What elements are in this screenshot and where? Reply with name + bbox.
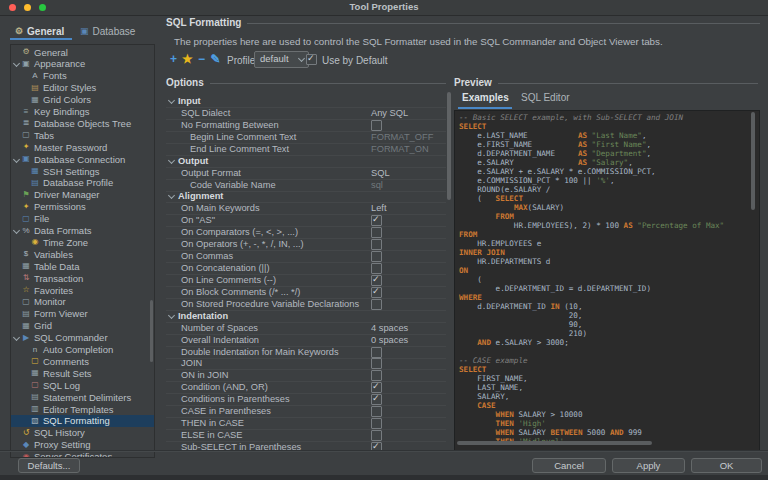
tree-item-data-formats[interactable]: %Data Formats — [11, 225, 154, 237]
chevron-down-icon[interactable] — [168, 192, 175, 199]
code-line: ROUND(e.SALARY / — [455, 185, 759, 194]
option-checkbox-join[interactable] — [371, 358, 382, 369]
tree-item-general[interactable]: ⚙General — [11, 46, 154, 58]
option-value[interactable]: SQL — [371, 168, 390, 178]
tree-item-sql-history[interactable]: ↺SQL History — [11, 427, 154, 439]
tree-item-tabs[interactable]: ▢Tabs — [11, 129, 154, 141]
tree-item-label: Permissions — [34, 201, 86, 212]
option-checkbox-on-commas[interactable] — [371, 251, 382, 262]
profile-select[interactable]: default — [254, 51, 309, 68]
tree-item-label: Transaction — [34, 273, 83, 284]
preview-vertical-scrollbar[interactable] — [751, 112, 755, 210]
tree-item-label: Table Data — [34, 261, 79, 272]
chevron-down-icon[interactable] — [13, 334, 20, 341]
tree-item-transaction[interactable]: ⇅Transaction — [11, 272, 154, 284]
tree-item-statement-delimiters[interactable]: ▤Statement Delimiters — [11, 391, 154, 403]
options-scrollbar[interactable] — [447, 92, 451, 200]
tree-item-key-bindings[interactable]: ≡Key Bindings — [11, 106, 154, 118]
option-checkbox-on-stored-procedure-variable-declarations[interactable] — [371, 299, 382, 310]
tree-item-database-profile[interactable]: ▤Database Profile — [11, 177, 154, 189]
tree-item-variables[interactable]: $Variables — [11, 248, 154, 260]
chevron-down-icon[interactable] — [13, 60, 20, 67]
tree-item-database-objects-tree[interactable]: ≣Database Objects Tree — [11, 117, 154, 129]
option-checkbox-on-as[interactable] — [371, 215, 382, 226]
option-value[interactable]: sql — [371, 180, 383, 190]
tree-item-label: Tabs — [34, 130, 54, 141]
option-checkbox-no-formatting-between[interactable] — [371, 120, 382, 131]
tree-item-sql-formatting[interactable]: ▧SQL Formatting — [11, 415, 154, 427]
tree-item-proxy-setting[interactable]: ◆Proxy Setting — [11, 439, 154, 451]
option-checkbox-on-block-comments[interactable] — [371, 287, 382, 298]
chevron-down-icon[interactable] — [168, 312, 175, 319]
ok-button[interactable]: OK — [691, 458, 762, 473]
tree-item-label: SQL History — [34, 427, 85, 438]
tree-item-permissions[interactable]: ✦Permissions — [11, 201, 154, 213]
tab-examples[interactable]: Examples — [462, 92, 509, 103]
option-value[interactable]: Left — [371, 203, 387, 213]
chevron-down-icon[interactable] — [168, 157, 175, 164]
star-profile-icon[interactable]: ★ — [181, 52, 194, 66]
tool-properties-dialog: Tool Properties ⚙ General ▣ Database ⚙Ge… — [0, 0, 768, 480]
tree-item-auto-completion[interactable]: nAuto Completion — [11, 344, 154, 356]
sql-preview-editor[interactable]: -- Basic SELECT example, with Sub-SELECT… — [454, 110, 760, 451]
tree-item-comments[interactable]: ▢Comments — [11, 355, 154, 367]
tree-item-database-connection[interactable]: ▣Database Connection — [11, 153, 154, 165]
option-label: On Line Comments (--) — [181, 275, 276, 285]
tree-item-fonts[interactable]: AFonts — [11, 70, 154, 82]
chevron-down-icon[interactable] — [13, 156, 20, 163]
tree-item-driver-manager[interactable]: ⚑Driver Manager — [11, 189, 154, 201]
tree-item-grid-colors[interactable]: ▦Grid Colors — [11, 94, 154, 106]
options-title: Options — [166, 77, 204, 88]
option-value[interactable]: 0 spaces — [371, 335, 408, 345]
option-checkbox-conditions-in-parentheses[interactable] — [371, 394, 382, 405]
option-checkbox-condition-and-or[interactable] — [371, 382, 382, 393]
tab-database[interactable]: ▣ Database — [80, 23, 135, 39]
tree-item-time-zone[interactable]: ◉Time Zone — [11, 236, 154, 248]
option-value[interactable]: Any SQL — [371, 108, 408, 118]
cancel-button[interactable]: Cancel — [532, 458, 606, 473]
page-description: The properties here are used to control … — [174, 36, 663, 47]
tree-item-label: SQL Formatting — [43, 415, 110, 426]
tree-item-result-sets[interactable]: ▦Result Sets — [11, 367, 154, 379]
tree-item-label: Form Viewer — [34, 308, 88, 319]
tree-item-editor-styles[interactable]: ▤Editor Styles — [11, 82, 154, 94]
preview-horizontal-scrollbar[interactable] — [457, 441, 652, 445]
tree-item-grid[interactable]: ▦Grid — [11, 320, 154, 332]
tab-general[interactable]: ⚙ General — [15, 23, 64, 39]
option-checkbox-on-in-join[interactable] — [371, 370, 382, 381]
tree-item-ssh-settings[interactable]: ▦SSH Settings — [11, 165, 154, 177]
chevron-down-icon[interactable] — [168, 97, 175, 104]
add-profile-icon[interactable]: + — [167, 52, 180, 66]
tree-item-appearance[interactable]: ▣Appearance — [11, 58, 154, 70]
tree-item-master-password[interactable]: ✦Master Password — [11, 141, 154, 153]
option-value[interactable]: FORMAT_OFF — [371, 132, 433, 142]
rename-profile-icon[interactable]: ✎ — [209, 52, 222, 66]
option-checkbox-on-comparators[interactable] — [371, 227, 382, 238]
tab-sql-editor[interactable]: SQL Editor — [521, 92, 570, 103]
option-label: JOIN — [181, 358, 202, 368]
tree-item-monitor[interactable]: ▢Monitor — [11, 296, 154, 308]
use-by-default-checkbox[interactable] — [306, 54, 317, 65]
option-checkbox-case-in-parentheses[interactable] — [371, 406, 382, 417]
remove-profile-icon[interactable]: − — [195, 52, 208, 66]
defaults-button[interactable]: Defaults... — [18, 458, 80, 473]
option-value[interactable]: 4 spaces — [371, 323, 408, 333]
tree-item-sql-commander[interactable]: ▶SQL Commander — [11, 332, 154, 344]
tree-item-editor-templates[interactable]: ▥Editor Templates — [11, 403, 154, 415]
tree-item-favorites[interactable]: ☆Favorites — [11, 284, 154, 296]
chevron-down-icon[interactable] — [13, 227, 20, 234]
option-checkbox-double-indentation-for-main-keywords[interactable] — [371, 347, 382, 358]
option-checkbox-then-in-case[interactable] — [371, 418, 382, 429]
tree-item-table-data[interactable]: ▦Table Data — [11, 260, 154, 272]
option-checkbox-on-operators-in[interactable] — [371, 239, 382, 250]
apply-button[interactable]: Apply — [612, 458, 685, 473]
tree-item-label: Statement Delimiters — [43, 392, 131, 403]
tree-item-sql-log[interactable]: ▢SQL Log — [11, 379, 154, 391]
option-checkbox-else-in-case[interactable] — [371, 430, 382, 441]
tree-item-form-viewer[interactable]: ▤Form Viewer — [11, 308, 154, 320]
titlebar: Tool Properties — [0, 0, 768, 16]
option-value[interactable]: FORMAT_ON — [371, 144, 429, 154]
option-checkbox-on-concatenation[interactable] — [371, 263, 382, 274]
tree-item-file[interactable]: ▢File — [11, 213, 154, 225]
option-checkbox-on-line-comments[interactable] — [371, 275, 382, 286]
